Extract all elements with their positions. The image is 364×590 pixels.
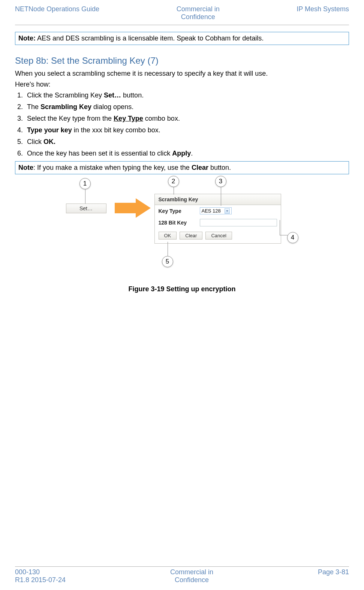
note2-text: : If you make a mistake when typing the …: [33, 164, 192, 171]
footer-right: Page 3-81: [318, 568, 349, 584]
steps-list: Click the Scrambling Key Set… button. Th…: [25, 91, 349, 157]
callout-3-line: [221, 187, 221, 206]
dialog-title: Scrambling Key: [155, 194, 281, 205]
header-right: IP Mesh Systems: [297, 5, 349, 21]
figure-area: 1 Set… Scrambling Key Key Type AES 128: [15, 176, 349, 281]
step-4: Type your key in the xxx bit key combo b…: [25, 126, 349, 134]
note-label: Note:: [18, 34, 36, 42]
note-text: AES and DES scrambling is a licensable i…: [36, 34, 264, 42]
intro-paragraph: When you select a scrambling scheme it i…: [15, 70, 349, 78]
header-rule: [15, 25, 349, 25]
header-center-line2: Confidence: [177, 13, 220, 21]
step-5: Click OK.: [25, 138, 349, 146]
step-2: The Scrambling Key dialog opens.: [25, 103, 349, 111]
cancel-button[interactable]: Cancel: [205, 232, 232, 240]
note-box-licensable: Note: AES and DES scrambling is a licens…: [15, 32, 349, 45]
note2-bold: Clear: [192, 164, 208, 171]
note-box-clear: Note: If you make a mistake when typing …: [15, 161, 349, 174]
chevron-down-icon: [225, 208, 230, 214]
footer-rule: [15, 566, 349, 567]
heres-how: Here's how:: [15, 81, 349, 88]
footer-left: 000-130 R1.8 2015-07-24: [15, 568, 66, 584]
callout-4-line-v: [280, 220, 280, 235]
ok-button[interactable]: OK: [159, 232, 177, 240]
header-left: NETNode Operations Guide: [15, 5, 99, 21]
key-type-combo[interactable]: AES 128: [200, 207, 232, 214]
bitkey-input[interactable]: [200, 219, 277, 226]
set-button[interactable]: Set…: [66, 204, 106, 213]
callout-1-line: [85, 189, 85, 204]
footer-center: Commercial in Confidence: [170, 568, 213, 584]
callout-5: 5: [162, 256, 173, 267]
bitkey-label: 128 Bit Key: [159, 220, 200, 226]
note2-tail: button.: [208, 164, 231, 171]
figure-caption: Figure 3-19 Setting up encryption: [15, 285, 349, 293]
header-center-line1: Commercial in: [177, 5, 220, 13]
step-3: Select the Key type from the Key Type co…: [25, 115, 349, 123]
key-type-value: AES 128: [202, 208, 221, 214]
arrow-head-icon: [136, 198, 151, 218]
footer-center-line2: Confidence: [170, 576, 213, 584]
footer-left-line2: R1.8 2015-07-24: [15, 576, 66, 584]
header-center: Commercial in Confidence: [177, 5, 220, 21]
page-header: NETNode Operations Guide Commercial in C…: [15, 4, 349, 23]
page-footer: 000-130 R1.8 2015-07-24 Commercial in Co…: [15, 564, 349, 584]
step-heading: Step 8b: Set the Scrambling Key (7): [15, 55, 349, 66]
scrambling-key-dialog: Scrambling Key Key Type AES 128 128 Bit …: [154, 194, 281, 244]
step-1: Click the Scrambling Key Set… button.: [25, 91, 349, 99]
footer-center-line1: Commercial in: [170, 568, 213, 576]
callout-2-line: [174, 187, 174, 195]
key-type-label: Key Type: [159, 208, 200, 214]
callout-4-line-h: [280, 235, 288, 235]
clear-button[interactable]: Clear: [180, 232, 202, 240]
footer-left-line1: 000-130: [15, 568, 66, 576]
note2-label: Note: [18, 164, 33, 171]
callout-3: 3: [215, 176, 226, 187]
callout-1: 1: [79, 178, 91, 189]
step-6: Once the key has been set it is essentia…: [25, 150, 349, 157]
callout-5-line: [168, 242, 168, 256]
arrow-icon: [115, 203, 136, 213]
callout-2: 2: [168, 176, 179, 187]
callout-4: 4: [287, 232, 298, 243]
